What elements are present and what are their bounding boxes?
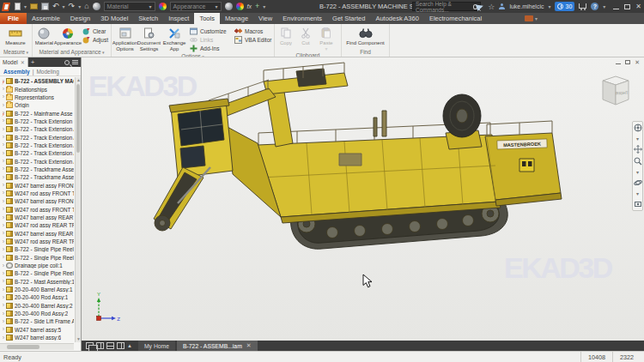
tree-item[interactable]: › W247 barrel assy:6	[1, 334, 74, 341]
tree-item[interactable]: › B-722 - Trackframe Assemb	[1, 173, 74, 181]
ribbon-tab[interactable]: Design	[65, 13, 95, 24]
material-button[interactable]: Material	[33, 25, 55, 48]
orbit-icon[interactable]	[634, 178, 642, 187]
parameters-icon[interactable]: fx	[247, 3, 252, 10]
group-label-options[interactable]: Options	[112, 52, 274, 57]
doc-restore-button[interactable]	[625, 60, 630, 64]
tree-item[interactable]: › B-722 - Mainframe Asse	[1, 109, 74, 117]
tree-item[interactable]: › B-722 - Single Pipe Reel Ass	[1, 269, 74, 277]
tree-item[interactable]: › W247 barrel assy REAR TRA	[1, 214, 74, 221]
document-settings-button[interactable]: Document Settings	[137, 25, 161, 52]
material-combo[interactable]: Material ▾	[104, 2, 155, 11]
new-file-dropdown-icon[interactable]: ▾	[24, 3, 27, 9]
zoom-icon[interactable]	[634, 157, 642, 166]
tree-item[interactable]: › 20-20-400 Barrel Assy:1	[1, 286, 74, 293]
browser-menu-icon[interactable]	[72, 60, 78, 61]
ribbon-tab[interactable]: Tools	[194, 13, 220, 24]
tab-my-home[interactable]: My Home	[138, 341, 175, 351]
customize-button[interactable]: Customize	[190, 27, 231, 34]
trial-days-badge[interactable]: 30	[555, 2, 574, 11]
adjust-ball-icon[interactable]	[225, 3, 233, 10]
panel-close-icon[interactable]: ✕	[21, 59, 25, 65]
appearance-combo[interactable]: Appearance ▾	[170, 2, 222, 11]
adjust-button[interactable]: Adjust	[82, 36, 108, 43]
cart-icon[interactable]	[579, 3, 586, 9]
tree-item[interactable]: › B-722 - Track Extension Ass	[1, 157, 74, 165]
ribbon-tab[interactable]: Inspect	[163, 13, 194, 24]
tree-item[interactable]: › B-722 - Track Extension Ass	[1, 149, 74, 157]
help-dropdown-icon[interactable]: ▾	[603, 3, 605, 9]
tile-windows-icon[interactable]	[96, 342, 104, 349]
clear-button[interactable]: Clear	[82, 27, 108, 34]
ribbon-appearance-control[interactable]: ▾	[519, 13, 538, 24]
tree-item[interactable]: › B-722 - Single Pipe Reel Ass	[1, 245, 74, 253]
tree-vertical-scrollbar[interactable]: ▲ ▼	[75, 77, 81, 342]
tree-item[interactable]: › 20-20-400 Rod Assy:1	[1, 293, 74, 301]
browser-search-icon[interactable]	[64, 60, 70, 65]
ribbon-tab[interactable]: Environments	[277, 13, 327, 24]
redo-dropdown-icon[interactable]: ▾	[78, 3, 81, 9]
favorites-star-icon[interactable]: ☆	[488, 3, 495, 11]
tree-item[interactable]: › Drainage pipe coil:1	[1, 262, 74, 269]
tab-active-document[interactable]: B-722 - ASSEMB...iam ✕	[177, 341, 258, 351]
tree-item[interactable]: › W247 barrel assy REAR TRA	[1, 230, 74, 238]
navbar-dropdown-icon[interactable]: ▾	[636, 136, 639, 142]
inventor-logo[interactable]	[2, 2, 12, 12]
tree-item[interactable]: › W247 rod assy REAR TRACK	[1, 221, 74, 229]
user-avatar-icon[interactable]	[499, 3, 505, 9]
tree-item[interactable]: › B-722 - Track Extension Ass	[1, 133, 74, 141]
tree-item[interactable]: › B-722 - Track Extension Ass	[1, 125, 74, 133]
undo-icon[interactable]: ↶	[52, 3, 59, 10]
add-ins-button[interactable]: Add-Ins	[190, 45, 231, 51]
application-options-button[interactable]: Application Options	[112, 25, 137, 52]
ribbon-tab[interactable]: Electromechanical	[424, 13, 487, 24]
close-tab-icon[interactable]: ✕	[246, 342, 252, 349]
model-panel-tab[interactable]: Model ✕	[0, 57, 28, 67]
signed-in-user[interactable]: luke.mihelcic	[509, 3, 544, 9]
minimize-button[interactable]	[613, 9, 619, 9]
tree-item[interactable]: › B-722 - Track Extension Ass	[1, 142, 74, 149]
close-button[interactable]: ✕	[635, 3, 641, 10]
doc-minimize-button[interactable]	[616, 63, 621, 64]
share-icon[interactable]	[476, 2, 484, 10]
3d-viewport[interactable]: EKAD3D EKAD3D	[82, 57, 644, 341]
tree-item[interactable]: › Relationships	[1, 85, 74, 93]
copy-button[interactable]: Copy	[276, 25, 296, 51]
collapse-tabs-icon[interactable]: ▲	[127, 343, 132, 348]
links-button[interactable]: Links	[190, 36, 231, 43]
appearance-button[interactable]: Appearance	[55, 25, 81, 48]
orbit-dropdown-icon[interactable]: ▾	[636, 190, 639, 196]
tree-item[interactable]: › B-722 - ASSEMBLY MAC	[1, 77, 74, 85]
help-icon[interactable]: ?	[591, 3, 598, 10]
group-label-measure[interactable]: Measure	[0, 48, 32, 57]
split-vertical-icon[interactable]	[117, 342, 125, 349]
navigation-wheel-icon[interactable]	[634, 124, 642, 132]
ribbon-tab[interactable]: File	[0, 13, 27, 24]
cascade-windows-icon[interactable]	[86, 342, 94, 349]
tree-item[interactable]: › Representations	[1, 94, 74, 101]
tab-assembly[interactable]: Assembly	[3, 69, 30, 75]
home-icon[interactable]: ⌂	[84, 3, 88, 10]
doc-close-button[interactable]: ✕	[635, 59, 640, 65]
group-label-clipboard[interactable]: Clipboard	[275, 51, 341, 57]
clear-ball-icon[interactable]	[236, 3, 244, 10]
scroll-up-icon[interactable]: ▲	[76, 78, 81, 82]
tree-item[interactable]: › W247 rod assy FRONT TRAC	[1, 190, 74, 197]
tree-item[interactable]: › W247 rod assy REAR TRACK	[1, 238, 74, 245]
measure-plus-icon[interactable]: +	[255, 3, 259, 10]
scrollbar-thumb[interactable]	[76, 84, 80, 153]
undo-dropdown-icon[interactable]: ▾	[63, 3, 65, 9]
trencher-machine-model[interactable]: MASTENBROEK	[82, 57, 644, 341]
find-component-button[interactable]: Find Component	[345, 25, 386, 48]
vba-editor-button[interactable]: VBA Editor	[234, 36, 270, 43]
ribbon-tab[interactable]: View	[253, 13, 277, 24]
tree-item[interactable]: › W247 barrel assy:5	[1, 326, 74, 334]
tree-item[interactable]: › B-722 - Side Lift Frame Ass	[1, 317, 74, 325]
scrollbar-thumb[interactable]	[7, 345, 39, 349]
tree-item[interactable]: › B-722 - Single Pipe Reel Ass	[1, 254, 74, 262]
zoom-dropdown-icon[interactable]: ▾	[636, 169, 639, 175]
ribbon-tab[interactable]: Manage	[220, 13, 253, 24]
tree-item[interactable]: › 20-20-400 Barrel Assy:2	[1, 302, 74, 310]
tree-item[interactable]: › B-722 - Mast Assembly:1	[1, 278, 74, 286]
appearance-wheel-icon[interactable]	[159, 3, 167, 10]
